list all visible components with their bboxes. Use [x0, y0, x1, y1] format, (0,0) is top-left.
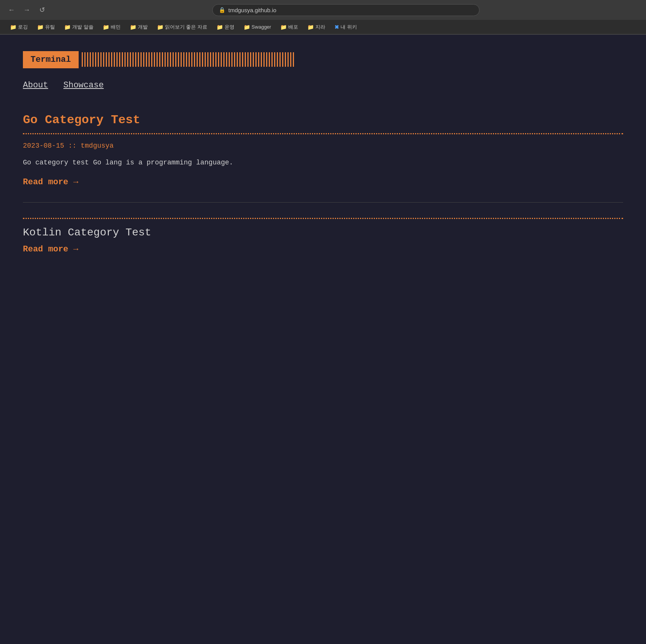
nav-about[interactable]: About: [23, 80, 48, 90]
bar-line: [141, 52, 142, 67]
post-article-1: Go Category Test 2023-08-15 :: tmdgusya …: [23, 113, 623, 187]
bar-line: [287, 52, 289, 67]
main-content: Go Category Test 2023-08-15 :: tmdgusya …: [0, 98, 646, 277]
bar-line: [189, 52, 190, 67]
page-wrapper: Terminal About Showcase Go Category Test…: [0, 35, 646, 277]
bookmark-item[interactable]: 📁읽어보기 좋은 자료: [153, 22, 211, 32]
bar-line: [229, 52, 230, 67]
terminal-badge: Terminal: [23, 51, 79, 68]
bar-line: [194, 52, 195, 67]
bookmark-label: 내 위키: [341, 24, 357, 31]
bar-line: [234, 52, 235, 67]
read-more-1[interactable]: Read more →: [23, 177, 78, 187]
post-divider-1: [23, 133, 623, 134]
bar-line: [127, 52, 128, 67]
bar-line: [151, 52, 152, 67]
bar-line: [218, 52, 219, 67]
bar-line: [100, 52, 102, 67]
bookmark-item[interactable]: 📁로깅: [6, 22, 32, 32]
bar-line: [167, 52, 168, 67]
bar-line: [84, 52, 86, 67]
bar-line: [132, 52, 134, 67]
folder-icon: 📁: [130, 24, 136, 30]
folder-icon: 📁: [244, 24, 250, 30]
bookmark-item[interactable]: 📁개발 알쓸: [60, 22, 97, 32]
post-separator: [23, 202, 623, 203]
bookmark-item[interactable]: 📁운영: [213, 22, 238, 32]
nav-showcase[interactable]: Showcase: [63, 80, 104, 90]
bar-line: [157, 52, 158, 67]
folder-icon: 📁: [10, 24, 16, 30]
bar-line: [130, 52, 131, 67]
bar-line: [143, 52, 144, 67]
lock-icon: 🔒: [219, 7, 225, 13]
bar-line: [223, 52, 224, 67]
bar-line: [250, 52, 251, 67]
terminal-bars: [79, 50, 623, 69]
bar-line: [116, 52, 118, 67]
bar-line: [215, 52, 216, 67]
bar-line: [207, 52, 208, 67]
bar-line: [170, 52, 171, 67]
url-display: tmdgusya.github.io: [228, 7, 276, 13]
bar-line: [197, 52, 198, 67]
bar-line: [231, 52, 233, 67]
browser-chrome: ← → ↺ 🔒 tmdgusya.github.io 📁로깅📁유틸📁개발 알쓸📁…: [0, 0, 646, 35]
bookmark-item[interactable]: 📁배포: [276, 22, 302, 32]
bar-line: [290, 52, 291, 67]
bar-line: [255, 52, 257, 67]
read-more-2[interactable]: Read more →: [23, 245, 78, 254]
bar-line: [114, 52, 115, 67]
bar-line: [82, 52, 83, 67]
bar-line: [92, 52, 94, 67]
bar-line: [95, 52, 96, 67]
bar-line: [124, 52, 126, 67]
folder-icon: 📁: [64, 24, 71, 30]
bar-line: [87, 52, 88, 67]
bar-line: [119, 52, 120, 67]
bookmark-label: 개발 알쓸: [72, 24, 94, 31]
bar-line: [279, 52, 281, 67]
bar-line: [274, 52, 275, 67]
bar-line: [247, 52, 249, 67]
bar-line: [103, 52, 104, 67]
post-title-1: Go Category Test: [23, 113, 623, 127]
bar-line: [162, 52, 163, 67]
bookmark-label: 운영: [224, 24, 234, 31]
bar-line: [135, 52, 136, 67]
bookmark-label: 로깅: [18, 24, 28, 31]
bar-line: [293, 52, 294, 67]
forward-button[interactable]: →: [21, 5, 32, 15]
post-article-2: Kotlin Category Test Read more →: [23, 218, 623, 254]
bar-line: [258, 52, 259, 67]
bookmark-item[interactable]: 📁배민: [99, 22, 124, 32]
folder-icon: 📁: [37, 24, 44, 30]
bar-line: [165, 52, 166, 67]
bookmark-item[interactable]: 📁개발: [126, 22, 152, 32]
bar-line: [237, 52, 238, 67]
back-button[interactable]: ←: [6, 5, 17, 15]
bar-line: [138, 52, 139, 67]
bookmark-label: 읽어보기 좋은 자료: [165, 24, 207, 31]
bar-line: [269, 52, 270, 67]
refresh-button[interactable]: ↺: [37, 5, 47, 15]
bar-line: [245, 52, 246, 67]
post-meta-1: 2023-08-15 :: tmdgusya: [23, 142, 623, 150]
address-bar[interactable]: 🔒 tmdgusya.github.io: [212, 4, 480, 16]
bar-line: [159, 52, 160, 67]
folder-icon: 📁: [216, 24, 223, 30]
bookmark-item[interactable]: 📁지라: [304, 22, 329, 32]
jira-icon: ✖: [334, 24, 339, 30]
bar-line: [154, 52, 155, 67]
bookmark-item[interactable]: ✖내 위키: [331, 22, 361, 32]
bookmark-item[interactable]: 📁유틸: [33, 22, 59, 32]
bar-line: [226, 52, 227, 67]
folder-icon: 📁: [307, 24, 314, 30]
bar-line: [242, 52, 243, 67]
bookmark-item[interactable]: 📁Swagger: [240, 23, 275, 32]
bar-line: [282, 52, 283, 67]
bar-line: [285, 52, 286, 67]
bar-line: [221, 52, 222, 67]
bar-line: [210, 52, 211, 67]
bar-line: [253, 52, 254, 67]
